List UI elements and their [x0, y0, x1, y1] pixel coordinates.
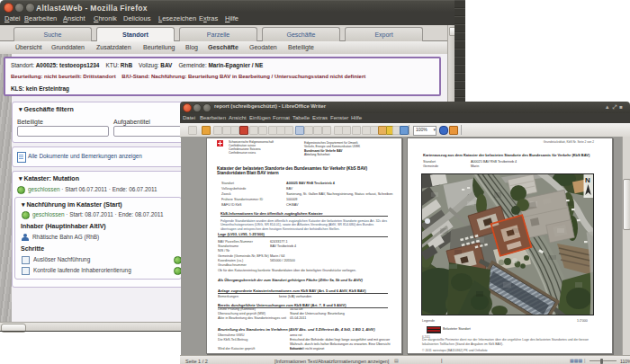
svg-text:N: N: [585, 175, 590, 183]
